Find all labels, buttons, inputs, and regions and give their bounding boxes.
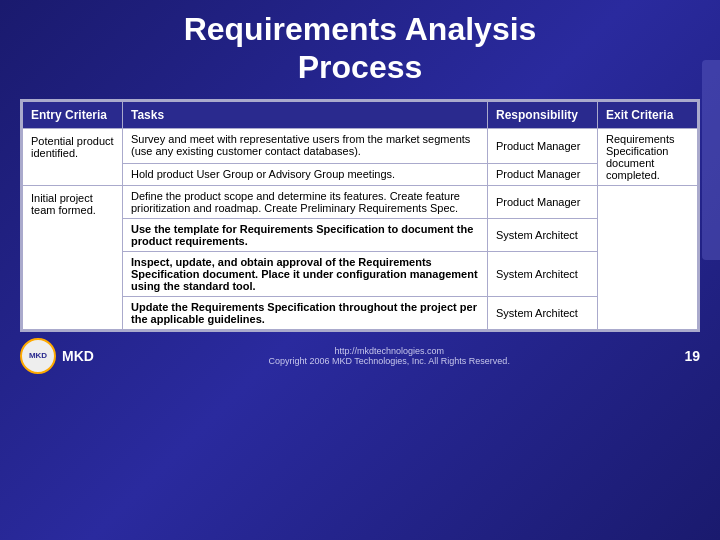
logo-label: MKD — [62, 348, 94, 364]
exit-criteria-1: Requirements Specification document comp… — [598, 128, 698, 185]
responsibility-2-1: Product Manager — [488, 185, 598, 218]
header-exit-criteria: Exit Criteria — [598, 101, 698, 128]
footer-url: http://mkdtechnologies.com — [94, 346, 685, 356]
responsibility-2-3: System Architect — [488, 251, 598, 296]
table-row: Inspect, update, and obtain approval of … — [23, 251, 698, 296]
responsibility-2-2: System Architect — [488, 218, 598, 251]
responsibility-1-1: Product Manager — [488, 128, 598, 163]
process-table: Entry Criteria Tasks Responsibility Exit… — [22, 101, 698, 330]
logo-icon: MKD — [20, 338, 56, 374]
page: Requirements Analysis Process Entry Crit… — [0, 0, 720, 540]
table-row: Initial project team formed. Define the … — [23, 185, 698, 218]
table-row: Hold product User Group or Advisory Grou… — [23, 163, 698, 185]
exit-criteria-2 — [598, 185, 698, 329]
footer-copyright: Copyright 2006 MKD Technologies, Inc. Al… — [94, 356, 685, 366]
header-entry-criteria: Entry Criteria — [23, 101, 123, 128]
footer-center: http://mkdtechnologies.com Copyright 200… — [94, 346, 685, 366]
responsibility-2-4: System Architect — [488, 296, 598, 329]
title-line2: Process — [184, 48, 537, 86]
task-2-1: Define the product scope and determine i… — [123, 185, 488, 218]
table-row: Use the template for Requirements Specif… — [23, 218, 698, 251]
page-title: Requirements Analysis Process — [184, 10, 537, 87]
header-responsibility: Responsibility — [488, 101, 598, 128]
task-1-1: Survey and meet with representative user… — [123, 128, 488, 163]
task-2-4: Update the Requirements Specification th… — [123, 296, 488, 329]
decorative-sidebar — [702, 60, 720, 260]
responsibility-1-2: Product Manager — [488, 163, 598, 185]
title-line1: Requirements Analysis — [184, 10, 537, 48]
table-row: Update the Requirements Specification th… — [23, 296, 698, 329]
task-2-3: Inspect, update, and obtain approval of … — [123, 251, 488, 296]
table-row: Potential product identified. Survey and… — [23, 128, 698, 163]
entry-criteria-2: Initial project team formed. — [23, 185, 123, 329]
task-1-2: Hold product User Group or Advisory Grou… — [123, 163, 488, 185]
footer: MKD MKD http://mkdtechnologies.com Copyr… — [20, 338, 700, 374]
page-number: 19 — [684, 348, 700, 364]
main-table-wrapper: Entry Criteria Tasks Responsibility Exit… — [20, 99, 700, 332]
header-tasks: Tasks — [123, 101, 488, 128]
logo-area: MKD MKD — [20, 338, 94, 374]
entry-criteria-1: Potential product identified. — [23, 128, 123, 185]
task-2-2: Use the template for Requirements Specif… — [123, 218, 488, 251]
